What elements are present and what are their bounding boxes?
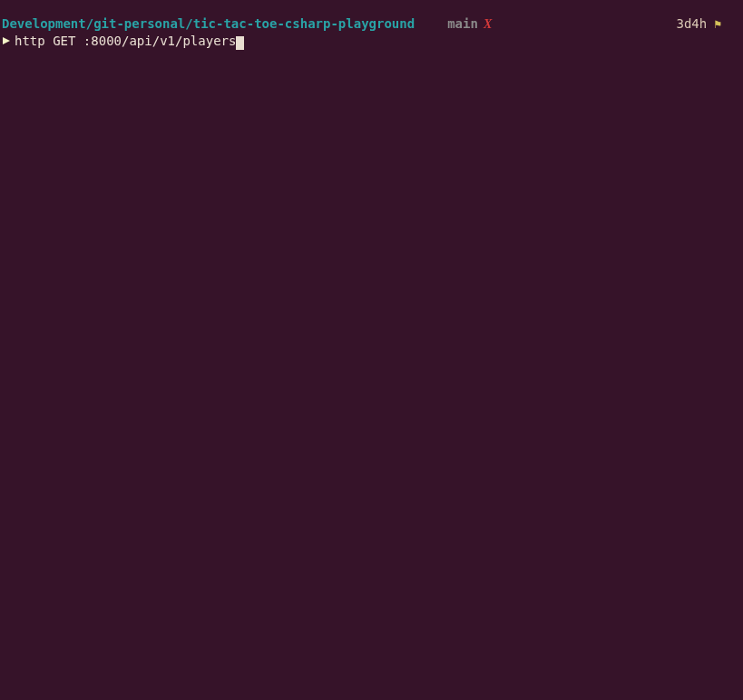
git-branch: main [447, 15, 478, 32]
status-right-group: 3d4h ⚑ [676, 15, 741, 33]
prompt-arrow-icon [2, 36, 11, 45]
svg-marker-0 [3, 37, 10, 44]
cursor-icon [236, 36, 244, 50]
status-left-group: Development/git-personal/tic-tac-toe-csh… [2, 15, 492, 33]
git-dirty-icon: X [484, 16, 492, 33]
command-input[interactable]: http GET :8000/api/v1/players [15, 33, 236, 49]
terminal-prompt-line[interactable]: http GET :8000/api/v1/players [0, 33, 743, 49]
elapsed-time: 3d4h [676, 15, 707, 32]
flag-icon: ⚑ [714, 16, 721, 33]
current-directory: Development/git-personal/tic-tac-toe-csh… [2, 15, 415, 32]
terminal-status-line: Development/git-personal/tic-tac-toe-csh… [0, 15, 743, 33]
